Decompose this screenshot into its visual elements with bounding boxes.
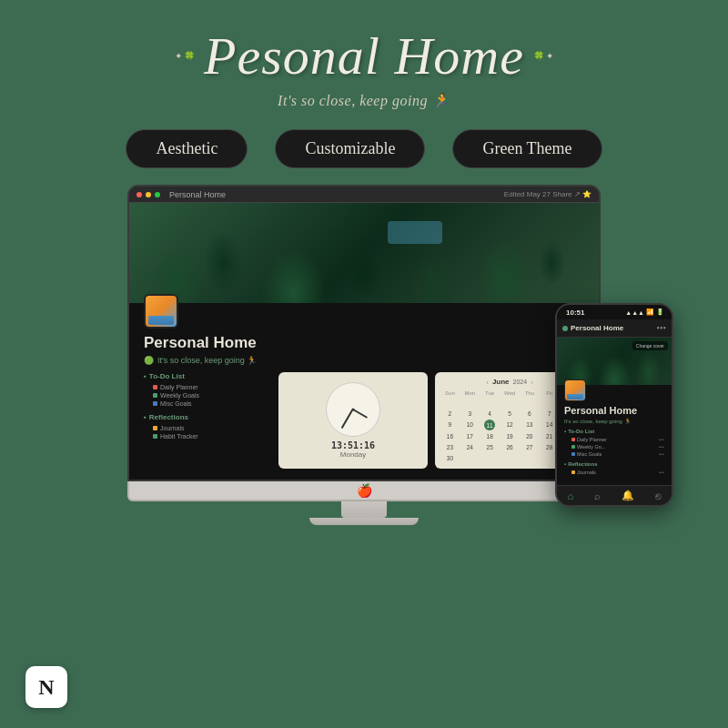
topbar-right: Edited May 27 Share ↗ ⭐: [504, 190, 592, 198]
apple-logo-icon: 🍎: [357, 483, 372, 499]
iphone-subtitle: It's so close, keep going 🏃: [564, 418, 664, 424]
imac-stand-neck: [341, 501, 387, 518]
cal-day[interactable]: 3: [460, 409, 480, 419]
iphone-nav-title: Personal Home: [571, 324, 623, 332]
iphone-page-icon: [564, 379, 586, 401]
bell-icon[interactable]: 🔔: [622, 490, 634, 501]
item-more[interactable]: •••: [659, 451, 664, 457]
cal-day-today[interactable]: 11: [484, 420, 495, 430]
iphone-todo-item-1[interactable]: Daily Planner •••: [564, 436, 664, 443]
battery-icon: 🔋: [656, 308, 664, 316]
notion-logo-wrapper: N: [25, 666, 67, 708]
cal-day[interactable]: 24: [460, 442, 480, 452]
item-more[interactable]: •••: [659, 437, 664, 442]
iphone-device: 10:51 ▲▲▲ 📶 🔋 Personal Home ••• Change c…: [555, 303, 673, 507]
cal-day: [520, 453, 539, 463]
item-more[interactable]: •••: [659, 444, 664, 450]
clock-day: Monday: [340, 450, 366, 459]
notion-banner: [129, 203, 599, 303]
iphone-todo-item-3[interactable]: Misc Goals •••: [564, 450, 664, 458]
cal-next[interactable]: ›: [531, 378, 533, 386]
iphone-reflection-item-1[interactable]: Journals •••: [564, 469, 664, 476]
cal-day[interactable]: 26: [500, 442, 520, 452]
cal-day[interactable]: 17: [460, 431, 480, 441]
iphone-nav-more[interactable]: •••: [656, 323, 666, 333]
banner-plants: [129, 203, 599, 303]
cal-day[interactable]: [520, 398, 539, 408]
cal-day[interactable]: 2: [440, 409, 460, 419]
todo-item-3[interactable]: Misc Goals: [144, 399, 271, 408]
iphone-todo-item-2[interactable]: Weekly Go... •••: [564, 443, 664, 450]
hour-hand: [353, 409, 369, 419]
subtitle-icon: 🟢: [144, 356, 154, 365]
notion-page-title: Personal Home: [144, 334, 584, 352]
nav-dot-icon: [562, 326, 568, 331]
cal-day[interactable]: [460, 398, 480, 408]
right-decoration: 🍀 ✦: [533, 51, 554, 61]
banner-accent: [388, 221, 442, 244]
clock-widget: 13:51:16 Monday: [278, 372, 428, 469]
reflection-item-2[interactable]: Habit Tracker: [144, 432, 271, 440]
cal-day[interactable]: 5: [500, 409, 520, 419]
cal-day[interactable]: 23: [440, 442, 460, 452]
cal-day[interactable]: 4: [480, 409, 500, 419]
cal-day[interactable]: 16: [440, 431, 460, 441]
item-dot: [571, 445, 575, 449]
cal-day[interactable]: [480, 398, 500, 408]
iphone-todo-header: To-Do List: [564, 429, 664, 434]
imac-topbar: Personal Home Edited May 27 Share ↗ ⭐: [129, 187, 599, 203]
cal-day[interactable]: 27: [520, 442, 539, 452]
notion-content: Personal Home 🟢 It's so close, keep goin…: [129, 303, 599, 480]
cal-day[interactable]: 25: [480, 442, 500, 452]
cal-day[interactable]: 18: [480, 431, 500, 441]
cal-day[interactable]: 30: [440, 453, 460, 463]
todo-item-1[interactable]: Daily Planner: [144, 383, 271, 391]
iphone-item-left: Weekly Go...: [571, 444, 605, 450]
iphone-content: Personal Home It's so close, keep going …: [557, 385, 672, 485]
item-dot: [571, 470, 575, 474]
section-header-reflections: Reflections: [144, 413, 271, 421]
imac-stand-base: [309, 518, 419, 525]
iphone-reflections-header: Reflections: [564, 461, 664, 467]
close-dot[interactable]: [136, 192, 142, 197]
badge-customizable: Customizable: [275, 129, 425, 168]
cal-day[interactable]: [440, 398, 460, 408]
cal-header-sun: Sun: [440, 389, 460, 397]
iphone-nav-left: Personal Home: [562, 324, 623, 332]
cal-header-mon: Mon: [460, 389, 480, 397]
minimize-dot[interactable]: [146, 192, 151, 197]
notion-logo[interactable]: N: [25, 666, 67, 708]
cal-day[interactable]: 9: [440, 420, 460, 430]
iphone-time: 10:51: [566, 308, 584, 317]
cal-day[interactable]: 12: [500, 420, 520, 430]
badge-green-theme: Green Theme: [452, 129, 602, 168]
cal-day[interactable]: 20: [520, 431, 539, 441]
item-dot: [153, 385, 157, 389]
item-more[interactable]: •••: [659, 470, 664, 475]
imac-device: Personal Home Edited May 27 Share ↗ ⭐ Pe…: [127, 185, 601, 525]
todo-item-2[interactable]: Weekly Goals: [144, 391, 271, 399]
share-icon[interactable]: ⎋: [655, 490, 662, 501]
section-header-todo: To-Do List: [144, 372, 271, 380]
cal-prev[interactable]: ‹: [486, 378, 489, 386]
header: ✦ 🍀 Pesonal Home 🍀 ✦ It's so close, keep…: [0, 0, 728, 109]
search-icon[interactable]: ⌕: [594, 490, 601, 501]
topbar-title: Personal Home: [169, 190, 226, 199]
iphone-status-bar: 10:51 ▲▲▲ 📶 🔋: [557, 305, 672, 319]
maximize-dot[interactable]: [155, 192, 160, 197]
cal-day[interactable]: 19: [500, 431, 520, 441]
change-cover-button[interactable]: Change cover: [632, 341, 668, 350]
home-icon[interactable]: ⌂: [567, 490, 573, 501]
reflection-item-1[interactable]: Journals: [144, 424, 271, 432]
cal-year: 2024: [513, 379, 528, 385]
cal-day[interactable]: 10: [460, 420, 480, 430]
cal-day[interactable]: 13: [520, 420, 539, 430]
item-dot: [153, 434, 157, 439]
notion-page-subtitle: 🟢 It's so close, keep going 🏃: [144, 356, 584, 365]
imac-body: Personal Home Edited May 27 Share ↗ ⭐ Pe…: [127, 185, 601, 481]
item-dot: [571, 452, 575, 456]
iphone-bottom-bar: ⌂ ⌕ 🔔 ⎋: [557, 485, 672, 505]
sidebar-content: To-Do List Daily Planner Weekly Goals: [144, 372, 271, 469]
cal-day[interactable]: 6: [520, 409, 539, 419]
cal-day[interactable]: [500, 398, 520, 408]
